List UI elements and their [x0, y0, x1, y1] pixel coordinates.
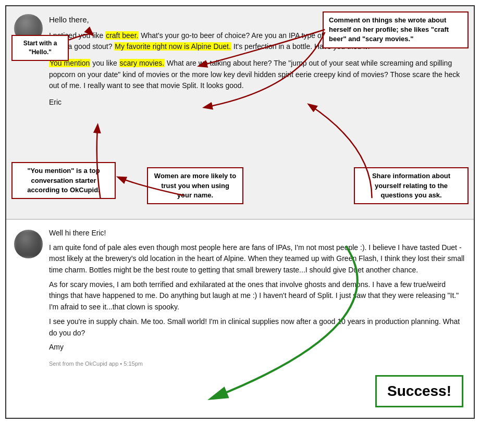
reply-line2: I am quite fond of pale ales even though… [49, 242, 466, 276]
main-container: Hello there, I noticed you like craft be… [5, 5, 475, 419]
highlight-craft-beer: craft beer. [105, 31, 139, 40]
annotation-comment: Comment on things she wrote about hersel… [323, 11, 469, 48]
success-box: Success! [375, 375, 463, 407]
reply-avatar [14, 230, 43, 258]
annotation-name-trust: Women are more likely to trust you when … [147, 167, 243, 204]
highlight-scary-movies: scary movies. [119, 59, 165, 67]
reply-name: Amy [49, 342, 466, 353]
annotation-hello: Start with a "Hello." [11, 35, 69, 61]
reply-line1: Well hi there Eric! [49, 228, 466, 239]
paragraph2: You mention you like scary movies. What … [49, 58, 466, 92]
reply-body: Well hi there Eric! I am quite fond of p… [49, 228, 466, 368]
reply-section: Well hi there Eric! I am quite fond of p… [6, 220, 474, 418]
reply-line4: I see you're in supply chain. Me too. Sm… [49, 316, 466, 339]
reply-line3: As for scary movies, I am both terrified… [49, 279, 466, 313]
annotation-share-info: Share information about yourself relatin… [354, 167, 469, 204]
sent-message-section: Hello there, I noticed you like craft be… [6, 6, 474, 220]
sender-name: Eric [49, 97, 466, 108]
footer-text: Sent from the OkCupid app • 5:15pm [49, 359, 466, 368]
annotation-you-mention: "You mention" is a top conversation star… [11, 162, 116, 199]
highlight-alpine-duet: My favorite right now is Alpine Duet. [114, 42, 231, 51]
